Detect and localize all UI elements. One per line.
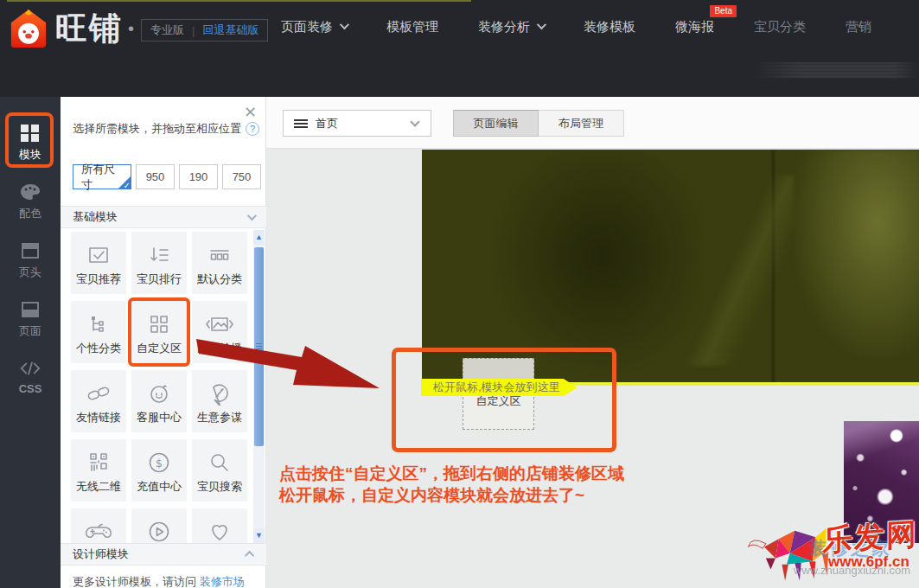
modules-grid-icon: [19, 123, 41, 144]
sidebar-item-CSS[interactable]: CSS: [0, 358, 61, 395]
module-tile-label: 客服中心: [137, 410, 182, 425]
qrcode-icon: [86, 450, 111, 476]
dollar-circle-icon: $: [146, 450, 172, 476]
scroll-down-icon[interactable]: ▼: [253, 528, 265, 543]
check-icon: ✓: [124, 181, 131, 190]
nav-item-1[interactable]: 页面装修: [281, 19, 347, 35]
section-designer-modules[interactable]: 设计师模块: [61, 543, 266, 566]
tutorial-instructions: 点击按住“自定义区”，拖到右侧的店铺装修区域 松开鼠标，自定义内容模块就会放进去…: [279, 463, 624, 506]
sidebar-item-label: 配色: [19, 206, 41, 221]
module-tile-宝贝搜索[interactable]: 宝贝搜索: [192, 439, 247, 502]
module-tile-heart-icon[interactable]: [192, 508, 247, 543]
css-code-icon: [19, 358, 41, 379]
top-navigation-bar: 旺铺 • 专业版 | 回退基础版 页面装修模板管理装修分析装修模板微海报Beta…: [0, 0, 919, 97]
tree-category-icon: [86, 311, 111, 337]
nav-item-label: 微海报: [675, 19, 714, 35]
module-tile-友情链接[interactable]: 友情链接: [71, 370, 126, 432]
panel-footer-note: 更多设计师模板，请访问 装修市场: [73, 574, 245, 588]
size-filter-label: 950: [146, 170, 165, 183]
section-basic-modules[interactable]: 基础模块: [61, 206, 266, 228]
close-icon[interactable]: ✕: [244, 105, 257, 119]
size-filter-750[interactable]: 750: [222, 164, 261, 189]
default-category-icon: [207, 242, 232, 268]
carousel-icon: [205, 311, 234, 337]
page-icon: [19, 299, 41, 320]
service-smiley-icon: [147, 380, 171, 406]
app-logo[interactable]: 旺铺 • 专业版 | 回退基础版: [9, 7, 268, 50]
logo-dot: •: [128, 19, 134, 39]
module-tile-无线二维[interactable]: 无线二维: [71, 439, 126, 502]
tab-page-edit[interactable]: 页面编辑: [453, 110, 539, 137]
module-tile-label: 个性分类: [76, 341, 121, 356]
beta-badge: Beta: [710, 5, 737, 17]
module-tile-自定义区[interactable]: 自定义区: [131, 301, 187, 363]
nav-item-3[interactable]: 装修分析: [478, 19, 544, 35]
nav-item-7[interactable]: 营销: [846, 19, 871, 35]
decoration-market-link[interactable]: 装修市场: [200, 575, 245, 588]
module-tile-客服中心[interactable]: 客服中心: [131, 370, 187, 432]
chevron-down-icon: [247, 211, 257, 220]
decoration-canvas[interactable]: 自定义区 松开鼠标,模块会放到这里 点击按住“自定义区”，拖到右侧的店铺装修区域…: [266, 149, 919, 588]
nav-item-6[interactable]: 宝贝分类: [754, 19, 806, 35]
module-tile-宝贝推荐[interactable]: 宝贝推荐: [71, 232, 126, 294]
sidebar-item-label: CSS: [19, 382, 42, 395]
search-icon: [207, 450, 232, 476]
nav-item-label: 装修分析: [478, 19, 530, 35]
version-label: 专业版: [150, 22, 184, 38]
sidebar-item-配色[interactable]: 配色: [0, 182, 61, 221]
hamburger-icon: [294, 119, 308, 128]
wangpu-logo-icon: [9, 9, 48, 48]
editor-header: 首页 页面编辑布局管理: [266, 97, 919, 149]
size-filter-label: 190: [189, 170, 208, 183]
watermark-sub-url: www.zhuangxiuzhi.com: [794, 564, 910, 577]
palette-icon: [19, 182, 41, 202]
instruction-line-1: 点击按住“自定义区”，拖到右侧的店铺装修区域: [279, 463, 624, 484]
module-tile-label: 无线二维: [76, 479, 121, 495]
module-tile-play-circle-icon[interactable]: [131, 508, 187, 543]
page-selector-dropdown[interactable]: 首页: [283, 110, 431, 137]
chevron-down-icon: [340, 19, 349, 29]
sidebar-item-label: 页面: [19, 323, 41, 339]
help-icon[interactable]: ?: [246, 122, 259, 136]
scroll-up-icon[interactable]: ▲: [253, 230, 265, 245]
module-tile-默认分类[interactable]: 默认分类: [192, 232, 247, 294]
nav-item-5[interactable]: 微海报Beta: [675, 19, 714, 35]
size-filter-950[interactable]: 950: [136, 164, 175, 189]
chevron-down-icon: [410, 117, 419, 126]
module-tile-label: 宝贝排行: [137, 272, 182, 287]
module-tile-gamepad-icon[interactable]: [71, 508, 126, 543]
nav-item-label: 页面装修: [281, 19, 333, 35]
sidebar-item-页头[interactable]: 页头: [0, 240, 61, 280]
nav-item-label: 装修模板: [584, 19, 635, 35]
ranking-icon: [147, 242, 171, 268]
section-designer-title: 设计师模块: [73, 546, 129, 562]
sidebar-item-页面[interactable]: 页面: [0, 299, 61, 339]
rollback-basic-link[interactable]: 回退基础版: [202, 22, 258, 38]
section-basic-title: 基础模块: [73, 209, 118, 225]
module-tile-label: 宝贝搜索: [197, 479, 242, 495]
red-arrow-annotation: [184, 339, 495, 443]
tab-layout-manage[interactable]: 布局管理: [539, 110, 624, 137]
gamepad-icon: [84, 519, 113, 543]
heart-icon: [207, 519, 233, 543]
size-filter-label: 750: [233, 170, 252, 183]
module-tile-label: 默认分类: [197, 272, 242, 287]
banner-model-arm: [794, 150, 919, 357]
app-title: 旺铺: [55, 7, 123, 50]
sidebar-item-label: 页头: [19, 265, 41, 280]
nav-item-2[interactable]: 模板管理: [386, 19, 438, 35]
sidebar-item-模块[interactable]: 模块: [0, 123, 61, 163]
nav-item-label: 营销: [846, 19, 871, 35]
instruction-line-2: 松开鼠标，自定义内容模块就会放进去了~: [279, 484, 624, 506]
page-header-icon: [19, 240, 41, 261]
module-tile-个性分类[interactable]: 个性分类: [71, 301, 126, 363]
size-filter-190[interactable]: 190: [179, 164, 218, 189]
size-filter-所有尺寸[interactable]: 所有尺寸✓: [73, 164, 131, 189]
top-edge-artifact-line: [7, 0, 471, 2]
module-tile-label: 充值中心: [137, 479, 182, 495]
module-tile-宝贝排行[interactable]: 宝贝排行: [131, 232, 187, 294]
module-tile-充值中心[interactable]: $充值中心: [131, 439, 187, 502]
nav-item-4[interactable]: 装修模板: [584, 19, 635, 35]
blurred-text-streak: [750, 62, 919, 80]
size-filter-group: 所有尺寸✓950190750: [73, 164, 265, 189]
